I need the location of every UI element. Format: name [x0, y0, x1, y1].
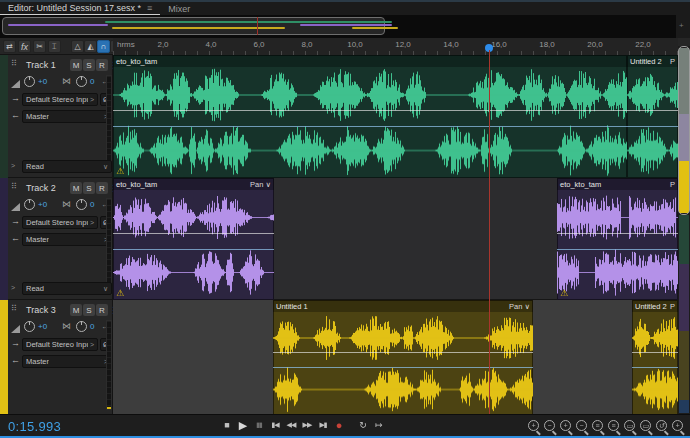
loop-playback-button[interactable]: ↻	[356, 418, 370, 432]
zoom-to-selection-button[interactable]: ▭	[624, 420, 635, 431]
vertical-scrollbar[interactable]	[678, 46, 690, 415]
skip-selection-button[interactable]: ↦	[372, 418, 386, 432]
track1-lane[interactable]: eto_kto_tam ⚠ Untitled 2P	[113, 55, 678, 178]
zoom-reset-button[interactable]: ↺	[656, 420, 667, 431]
input-select[interactable]: Default Stereo Input >	[22, 216, 98, 229]
snapping-toggle-button[interactable]: ∩	[97, 40, 110, 53]
clip-eto-kto-tam[interactable]: eto_kto_tamP ⚠	[557, 178, 678, 300]
pan-envelope[interactable]	[627, 126, 678, 127]
zoom-settings-button[interactable]: +	[672, 420, 683, 431]
pan-value[interactable]: 0	[90, 77, 94, 86]
zoom-navigator[interactable]: +	[0, 15, 690, 38]
volume-envelope[interactable]	[632, 352, 678, 353]
time-selection-tool-button[interactable]: ⌶	[48, 40, 61, 53]
track-name[interactable]: Track 3	[26, 305, 56, 315]
metronome-button[interactable]: △	[71, 40, 84, 53]
clip-pan-dropdown[interactable]: P	[670, 57, 675, 66]
arm-record-button[interactable]: R	[96, 182, 108, 194]
pan-envelope[interactable]	[557, 249, 678, 250]
record-button[interactable]: ●	[332, 418, 346, 432]
track2-lane[interactable]: eto_kto_tam Pan ∨ ⚠ eto_kto_tamP ⚠	[113, 178, 678, 300]
stop-button[interactable]: ■	[220, 418, 234, 432]
volume-envelope[interactable]	[113, 110, 627, 111]
input-select[interactable]: Default Stereo Input >	[22, 93, 98, 106]
panel-menu-icon[interactable]: ≡	[147, 3, 152, 13]
mute-button[interactable]: M	[70, 59, 82, 71]
zoom-in-amplitude-button[interactable]: +	[560, 420, 571, 431]
playhead-line[interactable]	[489, 50, 490, 415]
zoom-in-time-button[interactable]: +	[528, 420, 539, 431]
clip-untitled-2[interactable]: Untitled 2P	[632, 300, 678, 415]
rewind-button[interactable]: ◀◀	[284, 418, 298, 432]
zoom-out-amplitude-button[interactable]: −	[576, 420, 587, 431]
volume-value[interactable]: +0	[38, 322, 47, 331]
pan-envelope[interactable]	[113, 126, 627, 127]
pan-knob[interactable]	[76, 76, 87, 87]
arm-record-button[interactable]: R	[96, 304, 108, 316]
volume-knob[interactable]	[24, 199, 35, 210]
clip-untitled-2[interactable]: Untitled 2P	[627, 55, 678, 178]
pause-button[interactable]: ▮▮	[252, 418, 266, 432]
pan-value[interactable]: 0	[90, 200, 94, 209]
timeline-ruler[interactable]: hrms 2,04,06,08,010,012,014,016,018,020,…	[113, 38, 678, 55]
automation-mode-select[interactable]: Read ∨	[22, 160, 112, 173]
solo-button[interactable]: S	[83, 304, 95, 316]
volume-value[interactable]: +0	[38, 200, 47, 209]
clip-eto-kto-tam[interactable]: eto_kto_tam Pan ∨ ⚠	[113, 178, 274, 300]
razor-tool-button[interactable]: ✂	[33, 40, 46, 53]
go-to-end-button[interactable]: ▶▮	[316, 418, 330, 432]
clip-pan-dropdown[interactable]: P	[670, 180, 675, 189]
pan-knob[interactable]	[76, 321, 87, 332]
clip-pan-dropdown[interactable]: Pan ∨	[509, 302, 530, 311]
arm-record-button[interactable]: R	[96, 59, 108, 71]
clip-eto-kto-tam[interactable]: eto_kto_tam ⚠	[113, 55, 627, 178]
track3-lane[interactable]: Untitled 1 Pan ∨ Untitled 2P	[113, 300, 678, 415]
pan-envelope[interactable]	[632, 367, 678, 368]
multitrack-canvas[interactable]: eto_kto_tam ⚠ Untitled 2P eto_kto_tam Pa…	[113, 55, 678, 415]
output-select[interactable]: Master >	[22, 355, 112, 368]
tab-mixer[interactable]: Mixer	[160, 2, 198, 15]
tab-editor[interactable]: Editor: Untitled Session 17.sesx * ≡	[0, 2, 160, 15]
pan-envelope[interactable]	[113, 249, 274, 250]
output-select[interactable]: Master >	[22, 233, 112, 246]
zoom-out-time-button[interactable]: −	[544, 420, 555, 431]
go-to-start-button[interactable]: ▮◀	[268, 418, 282, 432]
navigator-viewport[interactable]	[2, 17, 385, 35]
solo-button[interactable]: S	[83, 182, 95, 194]
pan-value[interactable]: 0	[90, 322, 94, 331]
track-name[interactable]: Track 2	[26, 183, 56, 193]
fast-forward-button[interactable]: ▶▶	[300, 418, 314, 432]
mute-button[interactable]: M	[70, 182, 82, 194]
zoom-out-full-button[interactable]: ▭	[640, 420, 651, 431]
scrollbar-thumb[interactable]	[678, 46, 690, 215]
solo-button[interactable]: S	[83, 59, 95, 71]
volume-envelope[interactable]	[273, 352, 533, 353]
clip-pan-dropdown[interactable]: Pan ∨	[250, 180, 271, 189]
track-drag-handle-icon[interactable]: ⠿	[11, 59, 17, 68]
volume-value[interactable]: +0	[38, 77, 47, 86]
pan-knob[interactable]	[76, 199, 87, 210]
volume-envelope[interactable]	[627, 110, 678, 111]
metronome-alt-button[interactable]: ◭	[84, 40, 97, 53]
fx-button[interactable]: fx	[18, 40, 31, 53]
track-drag-handle-icon[interactable]: ⠿	[11, 304, 17, 313]
zoom-in-at-out-point-button[interactable]: ≡	[608, 420, 619, 431]
zoom-in-at-in-point-button[interactable]: ≡	[592, 420, 603, 431]
volume-envelope[interactable]	[113, 233, 274, 234]
time-display[interactable]: 0:15.993	[8, 419, 61, 434]
clip-pan-dropdown[interactable]: P	[670, 302, 675, 311]
volume-envelope[interactable]	[557, 233, 678, 234]
play-button[interactable]: ▶	[236, 418, 250, 432]
track-drag-handle-icon[interactable]: ⠿	[11, 182, 17, 191]
track-name[interactable]: Track 1	[26, 60, 56, 70]
volume-knob[interactable]	[24, 76, 35, 87]
move-tool-button[interactable]: ⇄	[3, 40, 16, 53]
input-select[interactable]: Default Stereo Input >	[22, 338, 98, 351]
panel-drag-icon[interactable]: +	[679, 21, 684, 30]
output-select[interactable]: Master >	[22, 110, 112, 123]
automation-mode-select[interactable]: Read ∨	[22, 282, 112, 295]
pan-envelope[interactable]	[273, 367, 533, 368]
clip-untitled-1[interactable]: Untitled 1 Pan ∨	[273, 300, 533, 415]
mute-button[interactable]: M	[70, 304, 82, 316]
volume-knob[interactable]	[24, 321, 35, 332]
